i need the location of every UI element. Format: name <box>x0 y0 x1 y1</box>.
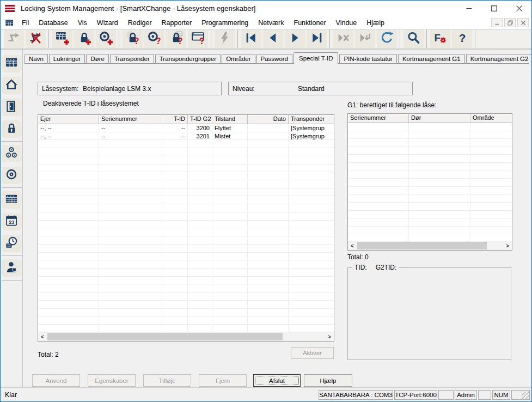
matrix-icon <box>5 56 19 72</box>
tab-transponder[interactable]: Transponder <box>110 54 154 63</box>
mdi-minimize-icon[interactable] <box>491 18 503 27</box>
menu-database[interactable]: Database <box>34 18 73 28</box>
close-icon[interactable] <box>506 1 531 16</box>
scrollbar-thumb[interactable] <box>357 242 487 249</box>
column-header-omrade[interactable]: Område <box>470 114 512 123</box>
resize-grip[interactable] <box>522 392 529 399</box>
read-network-button[interactable]: ? <box>188 30 208 48</box>
scrollbar-thumb[interactable] <box>47 333 283 340</box>
table-empty-row <box>38 284 334 293</box>
transponder-group-sidebar-button[interactable] <box>2 145 21 162</box>
tab-kortmanagement-g2[interactable]: Kortmanagement G2 <box>466 54 532 63</box>
toolbar: ????F? <box>1 29 531 50</box>
column-header-serienummer[interactable]: Serienummer <box>99 115 162 124</box>
tab-special-t-id[interactable]: Special T-ID <box>293 52 338 64</box>
scroll-left-icon[interactable]: < <box>38 332 47 341</box>
table-cell <box>212 245 248 252</box>
scroll-left-icon[interactable]: < <box>348 241 357 250</box>
horizontal-scrollbar[interactable]: <> <box>348 241 512 250</box>
hjaelp-button[interactable]: Hjælp <box>304 374 352 387</box>
menu-vis[interactable]: Vis <box>73 18 92 28</box>
refresh-button[interactable] <box>377 30 397 48</box>
discard-record-button[interactable] <box>333 30 353 48</box>
person-sidebar-button[interactable] <box>2 259 21 277</box>
search-icon <box>406 31 421 47</box>
matrix-sidebar-button[interactable] <box>2 55 21 72</box>
schedule-sidebar-button[interactable] <box>2 191 21 209</box>
column-header-serienummer[interactable]: Serienummer <box>348 114 409 123</box>
filter-button[interactable]: F <box>430 30 450 48</box>
commit-record-button[interactable] <box>355 30 375 48</box>
horizontal-scrollbar[interactable]: <> <box>38 332 334 341</box>
tab-kortmanagement-g1[interactable]: Kortmanagement G1 <box>398 54 465 63</box>
tab-transpondergrupper[interactable]: Transpondergrupper <box>155 54 221 63</box>
search-button[interactable] <box>403 30 424 48</box>
read-transponder-button[interactable]: ? <box>144 30 164 48</box>
deactivated-tid-table[interactable]: EjerSerienummerT-IDT-ID G2TilstandDatoTr… <box>38 114 334 342</box>
tab-dore[interactable]: Døre <box>86 54 109 63</box>
column-header-ejer[interactable]: Ejer <box>38 115 99 124</box>
column-header-t-id[interactable]: T-ID <box>162 115 188 124</box>
new-transponder-button[interactable] <box>96 30 116 48</box>
menu-hjaelp[interactable]: Hjælp <box>362 18 389 28</box>
column-header-t-id-g2[interactable]: T-ID G2 <box>188 115 212 124</box>
disconnect-button[interactable] <box>26 30 46 48</box>
new-lock-icon <box>77 31 91 47</box>
first-record-button[interactable] <box>241 30 261 48</box>
menu-vindue[interactable]: Vindue <box>331 18 362 28</box>
authorized-locks-table[interactable]: SerienummerDørOmråde<> <box>347 113 512 251</box>
mdi-restore-icon[interactable] <box>504 18 516 27</box>
time-plan-sidebar-button[interactable] <box>2 235 21 252</box>
anvend-button[interactable]: Anvend <box>32 374 80 387</box>
transponder-sidebar-button[interactable] <box>2 167 21 184</box>
menu-wizard[interactable]: Wizard <box>92 18 123 28</box>
table-cell <box>470 139 512 147</box>
new-locking-system-button[interactable] <box>52 30 72 48</box>
maximize-icon[interactable] <box>481 1 506 16</box>
menu-fil[interactable]: Fil <box>17 18 34 28</box>
program-button[interactable] <box>215 30 235 48</box>
table-cell <box>188 301 212 308</box>
tab-password[interactable]: Password <box>256 54 293 63</box>
tab-lukninger[interactable]: Lukninger <box>49 54 85 63</box>
column-header-dato[interactable]: Dato <box>248 115 289 124</box>
table-cell: Flyttet <box>212 124 248 132</box>
new-lock-button[interactable] <box>74 30 94 48</box>
menu-netvaerk[interactable]: Netværk <box>253 18 289 28</box>
column-header-transponder[interactable]: Transponder <box>289 115 334 124</box>
tab-omrader[interactable]: Områder <box>222 54 255 63</box>
home-sidebar-button[interactable] <box>2 77 21 94</box>
scroll-right-icon[interactable]: > <box>503 241 512 250</box>
last-record-button[interactable] <box>307 30 327 48</box>
tab-pin-kode-tastatur[interactable]: PIN-kode tastatur <box>339 54 396 63</box>
next-record-button[interactable] <box>285 30 305 48</box>
column-header-dor[interactable]: Dør <box>409 114 470 123</box>
table-row[interactable]: --, ------3200Flyttet[Systemgrup <box>38 124 334 132</box>
help-button[interactable]: ? <box>452 30 472 48</box>
table-cell <box>38 236 99 244</box>
table-cell <box>248 325 289 332</box>
minimize-icon[interactable] <box>456 1 481 16</box>
tab-navn[interactable]: Navn <box>25 54 48 63</box>
fjern-button[interactable]: Fjern <box>199 374 247 387</box>
calendar-sidebar-button[interactable]: 23 <box>2 213 21 230</box>
menu-rapporter[interactable]: Rapporter <box>157 18 197 28</box>
menu-rediger[interactable]: Rediger <box>123 18 157 28</box>
table-cell <box>409 139 470 147</box>
lock-sidebar-button[interactable] <box>2 120 21 138</box>
door-sidebar-button[interactable] <box>2 99 21 116</box>
menu-programmering[interactable]: Programmering <box>197 18 253 28</box>
menu-funktioner[interactable]: Funktioner <box>289 18 331 28</box>
read-lock-button[interactable]: ? <box>123 30 143 48</box>
egenskaber-button[interactable]: Egenskaber <box>88 374 136 387</box>
scroll-right-icon[interactable]: > <box>325 332 334 341</box>
tilfoje-button[interactable]: Tilføje <box>143 374 191 387</box>
column-header-tilstand[interactable]: Tilstand <box>212 115 248 124</box>
table-row[interactable]: --, ------3201Mistet[Systemgrup <box>38 132 334 141</box>
previous-record-button[interactable] <box>263 30 283 48</box>
connect-button[interactable] <box>4 30 24 48</box>
activate-button[interactable]: Aktiver <box>291 347 334 359</box>
afslut-button[interactable]: Afslut <box>253 374 301 387</box>
read-lock-card-button[interactable]: ? <box>166 30 186 48</box>
mdi-close-icon[interactable] <box>517 18 529 27</box>
